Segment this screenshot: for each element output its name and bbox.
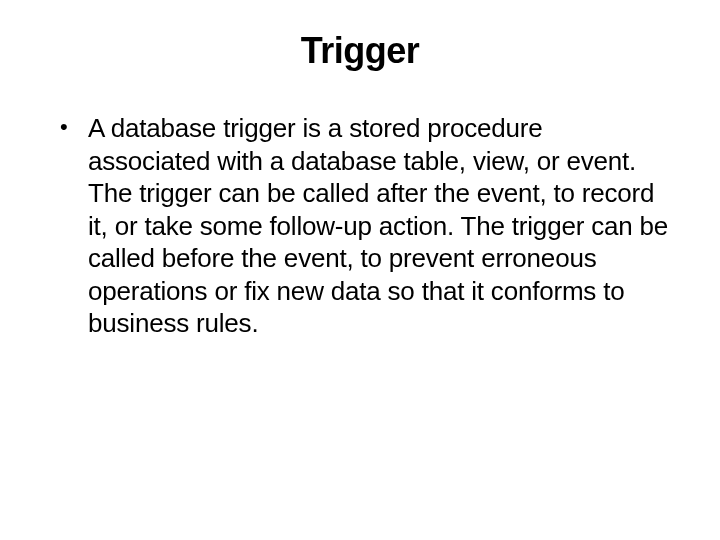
slide-content: • A database trigger is a stored procedu… <box>50 112 670 340</box>
bullet-item: • A database trigger is a stored procedu… <box>60 112 670 340</box>
slide-container: Trigger • A database trigger is a stored… <box>0 0 720 540</box>
bullet-marker: • <box>60 112 88 143</box>
slide-title: Trigger <box>50 30 670 72</box>
bullet-text: A database trigger is a stored procedure… <box>88 112 670 340</box>
